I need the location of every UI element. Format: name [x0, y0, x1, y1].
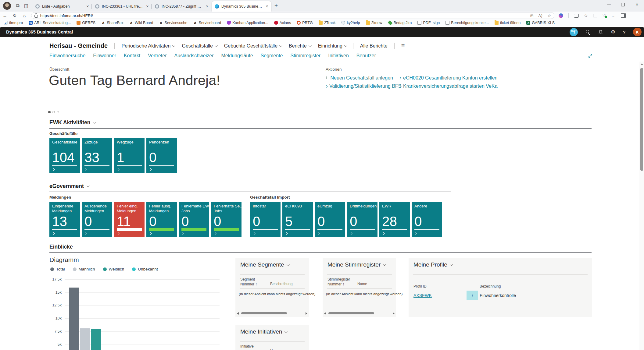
- tile-ewr[interactable]: EWR28: [379, 202, 410, 237]
- workspaces-icon[interactable]: ⧉: [13, 2, 22, 10]
- bar-männlich[interactable]: [80, 328, 90, 350]
- menu-periodische-aktivitäten[interactable]: Periodische Aktivitäten: [121, 43, 174, 49]
- nav-link-meldungsläufe[interactable]: Meldungsläufe: [221, 53, 253, 58]
- home-button[interactable]: ⌂: [20, 13, 29, 18]
- horizontal-scrollbar[interactable]: [324, 312, 395, 315]
- column-header-name[interactable]: Name: [357, 282, 367, 287]
- bookmark-wiki-board[interactable]: AWiki Board: [129, 21, 153, 25]
- back-button[interactable]: ←: [0, 13, 10, 18]
- tile-geschäftsfälle[interactable]: Geschäftsfälle104: [49, 138, 80, 173]
- refresh-button[interactable]: ↻: [10, 13, 20, 18]
- menu-einrichtung[interactable]: Einrichtung: [318, 43, 346, 49]
- tile-pendenzen[interactable]: Pendenzen0: [146, 138, 177, 173]
- scrollbar-thumb[interactable]: [328, 312, 374, 314]
- action-validierung-statistiklieferung-bfs[interactable]: Validierung/Statistiklieferung BFS: [325, 83, 396, 89]
- tile-fehler-ausg-meldungen[interactable]: Fehler ausg.Meldungen0: [146, 202, 177, 237]
- bookmark-berechtigungskonze[interactable]: Berechtigungskonze...: [445, 21, 489, 25]
- nav-link-einwohnersuche[interactable]: Einwohnersuche: [49, 53, 85, 58]
- vertical-scrollbar[interactable]: [639, 62, 644, 350]
- tab-close-icon[interactable]: ✕: [86, 4, 90, 9]
- new-tab-button[interactable]: +: [274, 2, 278, 9]
- tile-ech0093[interactable]: eCH00935: [282, 202, 313, 237]
- bookmark-gäbris-xls[interactable]: XGÄBRIS-XLS: [526, 21, 555, 25]
- section-egovernment[interactable]: eGovernment: [49, 183, 89, 189]
- scroll-left-icon[interactable]: [237, 312, 239, 315]
- close-button[interactable]: ✕: [630, 0, 644, 9]
- favorite-star-icon[interactable]: ☆: [547, 13, 551, 18]
- bookmark-2know[interactable]: 2know: [366, 21, 382, 25]
- nav-link-vertreter[interactable]: Vertreter: [148, 53, 166, 58]
- ellipsis-icon[interactable]: ⋮: [470, 293, 474, 298]
- chart-title[interactable]: Diagramm: [49, 256, 79, 263]
- expand-icon[interactable]: [587, 53, 593, 59]
- read-aloud-icon[interactable]: A⟩: [538, 13, 543, 18]
- tile-fehlerhafte-se-jobs[interactable]: Fehlerhafte Se...Jobs0: [211, 202, 242, 237]
- tab-close-icon[interactable]: ✕: [205, 4, 209, 9]
- copilot-icon[interactable]: [559, 13, 563, 18]
- browser-essentials-icon[interactable]: ♡: [603, 13, 606, 18]
- search-icon[interactable]: [585, 30, 590, 34]
- tile-ausgehende-meldungen[interactable]: AusgehendeMeldungen0: [82, 202, 112, 237]
- tile-zuzüge[interactable]: Zuzüge33: [82, 138, 112, 173]
- settings-gear-icon[interactable]: ⚙: [611, 30, 615, 34]
- help-icon[interactable]: ?: [623, 30, 625, 35]
- bookmark-ari-servicekatalog[interactable]: WARI_Servicekatalog...: [29, 21, 71, 25]
- panel-title[interactable]: Meine Profile: [413, 261, 452, 268]
- profile-id-link[interactable]: AXSEWK: [413, 293, 432, 298]
- menu-geschäftsfälle[interactable]: Geschäftsfälle: [182, 43, 216, 49]
- tile-fehlerhafte-ewk-jobs[interactable]: Fehlerhafte EWKJobs0: [179, 202, 209, 237]
- scroll-up-icon[interactable]: [641, 63, 643, 65]
- restore-button[interactable]: [616, 0, 630, 9]
- tab-close-icon[interactable]: ✕: [265, 4, 269, 9]
- browser-tab-dynamics-365-business-central[interactable]: Dynamics 365 Business Central✕: [212, 1, 271, 12]
- nav-link-benutzer[interactable]: Benutzer: [356, 53, 376, 58]
- carousel-dot-2[interactable]: [52, 111, 55, 113]
- column-header-segment-nummer[interactable]: SegmentNummer ↑: [240, 277, 257, 287]
- column-header-initiative-nummer[interactable]: InitiativeNummer ↑: [240, 344, 257, 350]
- bookmark-pdf-sign[interactable]: PDF_sign: [417, 21, 440, 25]
- column-header-name[interactable]: Name: [270, 349, 280, 350]
- bookmark-kanban-application[interactable]: Kanban Application...: [227, 21, 268, 25]
- bar-weiblich[interactable]: [91, 329, 101, 350]
- bar-total[interactable]: [69, 288, 79, 350]
- menu-berichte[interactable]: Berichte: [289, 43, 311, 49]
- section-ewk-aktivitaeten[interactable]: EWK Aktivitäten: [49, 119, 95, 126]
- carousel-dot-3[interactable]: [57, 111, 59, 113]
- environment-badge[interactable]: TEST_G: [570, 28, 578, 36]
- bookmark-prtg[interactable]: PRTG: [297, 21, 313, 25]
- column-header-beschreibung[interactable]: Beschreibung: [270, 282, 292, 287]
- scrollbar-thumb[interactable]: [241, 312, 287, 314]
- sidebar-toggle-icon[interactable]: [621, 13, 626, 18]
- scroll-right-icon[interactable]: [393, 312, 395, 315]
- tile-infostar[interactable]: Infostar0: [250, 202, 281, 237]
- favorites-icon[interactable]: ☆: [584, 13, 588, 18]
- bookmark-time-pro[interactable]: Ztime.pro: [4, 21, 23, 25]
- user-avatar[interactable]: K: [633, 28, 642, 36]
- nav-link-kontakt[interactable]: Kontakt: [124, 53, 140, 58]
- tile-drittmeldungen[interactable]: Drittmeldungen0: [347, 202, 377, 237]
- column-header-bezeichnung[interactable]: Bezeichnung: [480, 284, 501, 289]
- nav-link-stimmregister[interactable]: Stimmregister: [291, 53, 321, 58]
- action-neuen-geschäftsfall-anlegen[interactable]: +Neuen Geschäftsfall anlegen: [325, 75, 396, 81]
- nav-link-einwohner[interactable]: Einwohner: [93, 53, 116, 58]
- tile-wegzüge[interactable]: Wegzüge1: [114, 138, 145, 173]
- nav-link-auslandschweizer[interactable]: Auslandschweizer: [174, 53, 214, 58]
- bookmark-ticket-öffnen[interactable]: ticket öffnen: [495, 21, 521, 25]
- action-krankenversicherungsabfrage-starten-veka[interactable]: Krankenversicherungsabfrage starten VeKa: [399, 83, 498, 89]
- nav-link-initiativen[interactable]: Initiativen: [328, 53, 349, 58]
- collections-icon[interactable]: [593, 14, 597, 17]
- action-ech0020-gesamtlieferung-kanton-erstellen[interactable]: eCH0020 Gesamtlieferung Kanton erstellen: [399, 75, 498, 81]
- panel-title[interactable]: Meine Initiativen: [240, 328, 287, 335]
- panel-title[interactable]: Meine Stimmregister: [327, 261, 385, 268]
- horizontal-scrollbar[interactable]: [237, 312, 307, 315]
- bookmark-bedag-jira[interactable]: Bedag Jira: [388, 21, 412, 25]
- browser-tab-inc-233361-url-freischalten[interactable]: INC-233361 - URL freischalten✕: [92, 1, 152, 12]
- tile-andere[interactable]: Andere0: [412, 202, 442, 237]
- row-options-cell[interactable]: ⋮: [467, 291, 478, 300]
- tile-eingehende-meldungen[interactable]: EingehendeMeldungen13: [49, 202, 80, 237]
- tile-eumzug[interactable]: eUmzug0: [315, 202, 345, 237]
- bookmark-sharebox[interactable]: AShareBox: [101, 21, 123, 25]
- company-name[interactable]: Herisau - Gemeinde: [49, 42, 108, 49]
- notifications-icon[interactable]: [598, 30, 603, 35]
- scroll-right-icon[interactable]: [306, 312, 307, 315]
